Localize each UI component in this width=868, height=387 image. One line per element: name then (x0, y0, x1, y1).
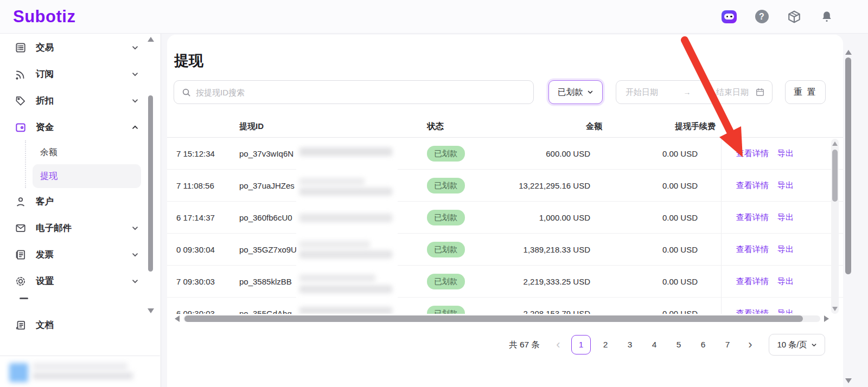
view-details-link[interactable]: 查看详情 (736, 212, 769, 223)
customer-icon (15, 196, 27, 208)
export-link[interactable]: 导出 (777, 149, 794, 159)
brand-logo[interactable]: Subotiz (13, 7, 75, 27)
sidebar-item-label: 订阅 (36, 68, 54, 80)
export-link[interactable]: 导出 (777, 180, 794, 191)
reset-button[interactable]: 重 置 (785, 80, 826, 104)
date-range-picker[interactable]: 开始日期 → 结束日期 (616, 80, 773, 104)
sidebar-item-email[interactable]: 电子邮件 (0, 215, 161, 241)
cell-fee: 0.00 USD (604, 181, 721, 190)
cell-time: 6 09:30:03 (167, 309, 233, 314)
scroll-down-arrow[interactable] (148, 308, 154, 313)
export-link[interactable]: 导出 (777, 212, 794, 223)
cell-amount: 600.00 USD (497, 149, 604, 158)
chevron-down-icon (131, 224, 139, 232)
sidebar-item-label: 资金 (36, 121, 54, 133)
app-root: Subotiz ? (0, 0, 868, 387)
withdrawals-table: 提现ID 状态 金额 提现手续费 7 15:12:34 po_37v3wIq6N… (167, 116, 843, 314)
header-amount: 金额 (497, 121, 604, 132)
sidebar-item-customers[interactable]: 客户 (0, 188, 161, 215)
view-details-link[interactable]: 查看详情 (736, 276, 769, 287)
page-button-6[interactable]: 6 (693, 335, 713, 354)
help-icon[interactable]: ? (754, 9, 769, 24)
package-icon[interactable] (787, 9, 802, 24)
scroll-up-arrow[interactable] (148, 37, 154, 42)
sidebar-item-balance[interactable]: 余额 (33, 140, 141, 164)
cell-time: 7 11:08:56 (167, 181, 233, 190)
sidebar-item-discounts[interactable]: 折扣 (0, 87, 161, 114)
sidebar-item-docs[interactable]: 文档 (0, 312, 161, 338)
sidebar-item-label: 文档 (36, 319, 54, 331)
clipped-menu-icon (0, 294, 161, 302)
view-details-link[interactable]: 查看详情 (736, 244, 769, 255)
scroll-thumb[interactable] (148, 95, 153, 272)
page-button-1[interactable]: 1 (571, 335, 591, 354)
header-fee: 提现手续费 (604, 121, 721, 132)
cell-fee: 0.00 USD (604, 277, 721, 286)
table-row: 7 11:08:56 po_37uaJHZes 已划款 13,221,295.1… (167, 170, 843, 202)
docs-icon (15, 319, 27, 331)
page-size-select[interactable]: 10 条/页 (769, 334, 825, 356)
bell-icon[interactable] (819, 9, 834, 24)
search-box (174, 80, 534, 104)
next-page-button[interactable]: › (742, 335, 758, 354)
page-button-3[interactable]: 3 (620, 335, 640, 354)
status-filter-select[interactable]: 已划款 (548, 80, 603, 104)
page-title: 提现 (174, 51, 843, 70)
cell-time: 7 09:30:03 (167, 277, 233, 286)
export-link[interactable]: 导出 (777, 276, 794, 287)
scroll-up-arrow[interactable] (845, 50, 852, 55)
sidebar-profile[interactable] (0, 356, 160, 387)
sidebar-scrollbar (148, 37, 154, 313)
header-withdrawal-id: 提现ID (233, 121, 413, 132)
scroll-down-arrow[interactable] (845, 378, 852, 383)
cell-amount: 1,000.00 USD (497, 213, 604, 222)
sidebar-item-funds[interactable]: 资金 (0, 114, 161, 140)
page-button-2[interactable]: 2 (596, 335, 615, 354)
page-button-4[interactable]: 4 (644, 335, 664, 354)
search-input[interactable] (196, 88, 526, 97)
chevron-down-icon (131, 251, 139, 259)
scroll-left-arrow[interactable] (175, 315, 180, 322)
sidebar-item-withdrawals[interactable]: 提现 (33, 164, 141, 188)
prev-page-button[interactable]: ‹ (550, 335, 566, 354)
avatar (9, 363, 28, 382)
sidebar-item-subscriptions[interactable]: 订阅 (0, 61, 161, 87)
wallet-icon (15, 121, 27, 133)
scroll-right-arrow[interactable] (824, 315, 829, 322)
page-button-7[interactable]: 7 (718, 335, 737, 354)
scroll-down-arrow[interactable] (832, 307, 838, 311)
assistant-robot-icon[interactable] (722, 9, 737, 24)
cell-time: 0 09:30:04 (167, 245, 233, 254)
sidebar-item-settings[interactable]: 设置 (0, 268, 161, 294)
status-badge: 已划款 (427, 274, 465, 289)
status-badge: 已划款 (427, 210, 465, 225)
cell-amount: 2,219,333.25 USD (497, 277, 604, 286)
export-link[interactable]: 导出 (777, 244, 794, 255)
view-details-link[interactable]: 查看详情 (736, 308, 769, 314)
view-details-link[interactable]: 查看详情 (736, 180, 769, 191)
table-body: 7 15:12:34 po_37v3wIq6N 已划款 600.00 USD 0… (167, 138, 843, 314)
chevron-up-icon (131, 124, 139, 131)
date-arrow: → (658, 88, 716, 96)
scroll-thumb[interactable] (832, 150, 838, 202)
discount-tag-icon (15, 95, 27, 107)
sidebar-item-transactions[interactable]: 交易 (0, 34, 161, 61)
sidebar-item-invoices[interactable]: 发票 (0, 241, 161, 268)
table-header-row: 提现ID 状态 金额 提现手续费 (167, 116, 843, 138)
scroll-thumb[interactable] (845, 57, 851, 274)
sidebar: 交易 订阅 折扣 资金 (0, 34, 161, 387)
header-status: 状态 (413, 121, 497, 132)
page-button-5[interactable]: 5 (669, 335, 688, 354)
page-scrollbar (845, 50, 852, 383)
profile-blur-text (33, 372, 133, 379)
scroll-thumb[interactable] (184, 315, 803, 322)
status-badge: 已划款 (427, 306, 465, 314)
cell-fee: 0.00 USD (604, 245, 721, 254)
export-link[interactable]: 导出 (777, 308, 794, 314)
view-details-link[interactable]: 查看详情 (736, 149, 769, 159)
topbar-icons: ? (722, 9, 834, 24)
invoice-icon (15, 249, 27, 261)
scroll-up-arrow[interactable] (832, 141, 838, 146)
table-row: 7 09:30:03 po_3585klzBB 已划款 2,219,333.25… (167, 266, 843, 298)
content-card: 提现 已划款 开始日期 → (167, 35, 843, 387)
